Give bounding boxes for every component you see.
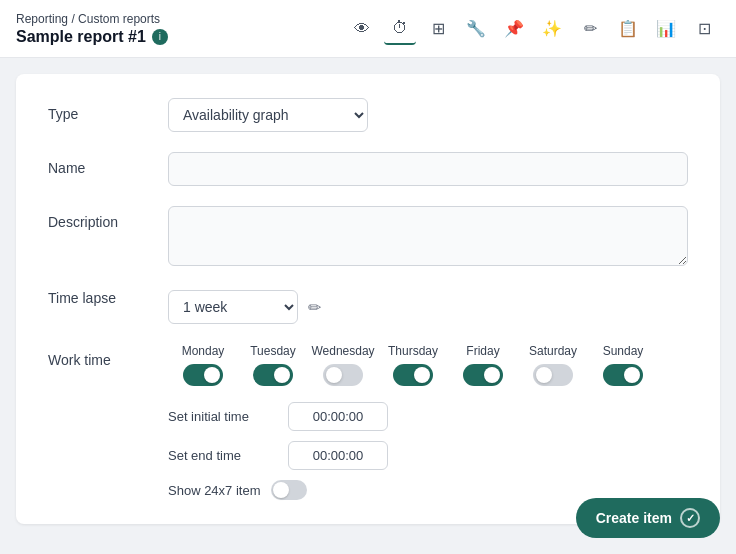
initial-time-input[interactable] (288, 402, 388, 431)
type-row: Type Availability graph Performance grap… (48, 98, 688, 132)
description-row: Description (48, 206, 688, 270)
type-label: Type (48, 98, 168, 122)
create-item-label: Create item (596, 510, 672, 526)
name-input[interactable] (168, 152, 688, 186)
report-title-row: Sample report #1 i (16, 28, 168, 46)
show247-thumb (273, 482, 289, 498)
work-time-content: Monday Tuesday Wednesday (168, 344, 688, 500)
wrench-toolbar-btn[interactable]: 🔧 (460, 13, 492, 45)
info-icon[interactable]: i (152, 29, 168, 45)
name-label: Name (48, 152, 168, 176)
create-check-icon: ✓ (680, 508, 700, 528)
toggle-friday[interactable] (463, 364, 503, 386)
day-label-monday: Monday (182, 344, 225, 358)
chart-toolbar-btn[interactable]: 📊 (650, 13, 682, 45)
day-label-sunday: Sunday (603, 344, 644, 358)
type-select[interactable]: Availability graph Performance graph Sum… (168, 98, 368, 132)
toggle-monday[interactable] (183, 364, 223, 386)
day-col-saturday: Saturday (518, 344, 588, 386)
timelapse-label: Time lapse (48, 290, 168, 306)
top-bar-left: Reporting / Custom reports Sample report… (16, 12, 168, 46)
day-label-friday: Friday (466, 344, 499, 358)
day-col-monday: Monday (168, 344, 238, 386)
clock-toolbar-btn[interactable]: ⏱ (384, 13, 416, 45)
pin-toolbar-btn[interactable]: 📌 (498, 13, 530, 45)
form-card: Type Availability graph Performance grap… (16, 74, 720, 524)
show247-label: Show 24x7 item (168, 483, 261, 498)
copy-toolbar-btn[interactable]: 📋 (612, 13, 644, 45)
timelapse-controls: 1 week 2 weeks 1 month ✏ (168, 290, 323, 324)
toggle-saturday[interactable] (533, 364, 573, 386)
days-row: Monday Tuesday Wednesday (168, 344, 688, 386)
work-time-label: Work time (48, 344, 168, 368)
table-toolbar-btn[interactable]: ⊡ (688, 13, 720, 45)
day-label-tuesday: Tuesday (250, 344, 296, 358)
name-control (168, 152, 688, 186)
initial-time-label: Set initial time (168, 409, 278, 424)
description-label: Description (48, 206, 168, 230)
report-title: Sample report #1 (16, 28, 146, 46)
toggle-sunday[interactable] (603, 364, 643, 386)
end-time-row: Set end time (168, 441, 688, 470)
create-item-button[interactable]: Create item ✓ (576, 498, 720, 538)
description-textarea[interactable] (168, 206, 688, 266)
type-control: Availability graph Performance graph Sum… (168, 98, 688, 132)
breadcrumb: Reporting / Custom reports (16, 12, 168, 26)
name-row: Name (48, 152, 688, 186)
magic-toolbar-btn[interactable]: ✨ (536, 13, 568, 45)
day-col-tuesday: Tuesday (238, 344, 308, 386)
initial-time-row: Set initial time (168, 402, 688, 431)
day-label-wednesday: Wednesday (311, 344, 374, 358)
main-content: Type Availability graph Performance grap… (0, 58, 736, 540)
toggle-tuesday[interactable] (253, 364, 293, 386)
description-control (168, 206, 688, 270)
breadcrumb-current: Custom reports (78, 12, 160, 26)
work-time-row: Work time Monday Tuesday (48, 344, 688, 500)
day-col-sunday: Sunday (588, 344, 658, 386)
day-label-saturday: Saturday (529, 344, 577, 358)
breadcrumb-parent: Reporting (16, 12, 68, 26)
show247-row: Show 24x7 item (168, 480, 688, 500)
end-time-input[interactable] (288, 441, 388, 470)
toolbar-icons: 👁 ⏱ ⊞ 🔧 📌 ✨ ✏ 📋 📊 ⊡ (346, 13, 720, 45)
timelapse-edit-btn[interactable]: ✏ (306, 296, 323, 319)
timelapse-row: Time lapse i 1 week 2 weeks 1 month ✏ (48, 290, 688, 324)
day-label-thursday: Thursday (388, 344, 438, 358)
timelapse-label-wrap: Time lapse i (48, 290, 168, 306)
toggle-wednesday[interactable] (323, 364, 363, 386)
toggle-thursday[interactable] (393, 364, 433, 386)
edit-toolbar-btn[interactable]: ✏ (574, 13, 606, 45)
top-bar: Reporting / Custom reports Sample report… (0, 0, 736, 58)
add-toolbar-btn[interactable]: ⊞ (422, 13, 454, 45)
end-time-label: Set end time (168, 448, 278, 463)
day-col-thursday: Thursday (378, 344, 448, 386)
day-col-friday: Friday (448, 344, 518, 386)
day-col-wednesday: Wednesday (308, 344, 378, 386)
show247-toggle[interactable] (271, 480, 307, 500)
eye-toolbar-btn[interactable]: 👁 (346, 13, 378, 45)
timelapse-select[interactable]: 1 week 2 weeks 1 month (168, 290, 298, 324)
